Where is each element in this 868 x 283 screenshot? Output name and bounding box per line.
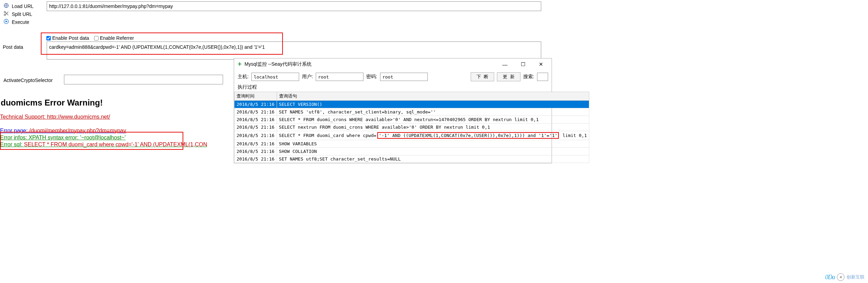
table-row[interactable]: 2016/8/5 21:16SELECT nextrun FROM duomi_…	[234, 124, 589, 131]
load-url-icon	[3, 3, 10, 9]
user-label: 用户:	[302, 74, 313, 80]
cell-time: 2016/8/5 21:16	[234, 116, 277, 124]
enable-referrer-checkbox[interactable]: Enable Referrer	[94, 35, 134, 41]
close-button[interactable]: ✕	[533, 61, 549, 68]
cell-sql: SET NAMES utf8;SET character_set_results…	[277, 155, 589, 163]
host-input[interactable]	[251, 73, 299, 81]
table-row[interactable]: 2016/8/5 21:16SELECT * FROM duomi_crons …	[234, 116, 589, 124]
split-url-icon	[3, 11, 10, 17]
break-button[interactable]: 下断	[471, 72, 494, 81]
table-row[interactable]: 2016/8/5 21:16SHOW COLLATION	[234, 148, 589, 155]
watermark-logo-icon: ✕	[837, 273, 844, 281]
exec-process-label: 执行过程	[234, 83, 552, 92]
post-data-label: Post data	[3, 44, 23, 50]
svg-point-2	[4, 14, 6, 16]
col-time-header[interactable]: 查询时间	[234, 92, 277, 101]
refresh-button[interactable]: 更新	[497, 72, 520, 81]
annotation-highlight-injected-sql: '-1' AND ((UPDATEXML(1,CONCAT(0x7e,(USER…	[377, 132, 559, 139]
cell-time: 2016/8/5 21:16	[234, 148, 277, 155]
cell-sql: SELECT * FROM duomi_card where cpwd='-1'…	[277, 131, 589, 140]
post-data-input[interactable]: cardkey=admin888&cardpwd=-1' AND (UPDATE…	[47, 42, 541, 60]
user-input[interactable]	[316, 73, 363, 81]
mysql-monitor-window: Mysql监控 --Seay代码审计系统 — ☐ ✕ 主机: 用户: 密码: 下…	[234, 58, 552, 163]
cell-time: 2016/8/5 21:16	[234, 124, 277, 131]
table-row[interactable]: 2016/8/5 21:16SELECT VERSION()	[234, 101, 589, 108]
enable-post-label: Enable Post data	[52, 35, 89, 41]
cell-time: 2016/8/5 21:16	[234, 140, 277, 148]
cell-sql: SHOW VARIABLES	[277, 140, 589, 148]
execute-icon	[3, 19, 10, 25]
cell-time: 2016/8/5 21:16	[234, 131, 277, 140]
table-row[interactable]: 2016/8/5 21:16SELECT * FROM duomi_card w…	[234, 131, 589, 140]
split-url-label[interactable]: Split URL	[12, 11, 40, 17]
table-row[interactable]: 2016/8/5 21:16SET NAMES utf8;SET charact…	[234, 155, 589, 163]
cell-sql: SELECT * FROM duomi_crons WHERE availabl…	[277, 116, 589, 124]
enable-referrer-label: Enable Referrer	[100, 35, 134, 41]
search-label: 搜索:	[523, 74, 534, 80]
host-label: 主机:	[238, 74, 249, 80]
load-url-label[interactable]: Load URL	[12, 3, 40, 9]
cell-time: 2016/8/5 21:16	[234, 108, 277, 116]
execute-label[interactable]: Execute	[12, 19, 40, 25]
svg-marker-4	[6, 20, 8, 22]
table-row[interactable]: 2016/8/5 21:16SHOW VARIABLES	[234, 140, 589, 148]
error-page-link[interactable]: /duomi/member/mypay.php?dm=mypay	[29, 128, 126, 134]
cell-sql: SET NAMES 'utf8', character_set_client=b…	[277, 108, 589, 116]
activate-crypto-input[interactable]	[64, 75, 223, 84]
cell-sql: SELECT VERSION()	[277, 101, 589, 108]
cell-time: 2016/8/5 21:16	[234, 101, 277, 108]
svg-rect-6	[239, 62, 240, 66]
table-row[interactable]: 2016/8/5 21:16SET NAMES 'utf8', characte…	[234, 108, 589, 116]
watermark: 0Da ✕ 创新互联	[825, 273, 865, 281]
cell-sql: SELECT nextrun FROM duomi_crons WHERE av…	[277, 124, 589, 131]
password-label: 密码:	[366, 74, 377, 80]
search-input[interactable]	[537, 73, 548, 81]
svg-point-1	[4, 11, 6, 13]
url-input[interactable]	[47, 1, 541, 11]
technical-support-link[interactable]: http://www.duomicms.net/	[47, 114, 110, 120]
col-sql-header[interactable]: 查询语句	[277, 92, 589, 101]
mysql-window-title: Mysql监控 --Seay代码审计系统	[244, 61, 495, 67]
activate-crypto-label[interactable]: ActivateCryptoSelector	[3, 77, 53, 83]
mysql-app-icon	[237, 61, 242, 68]
cell-time: 2016/8/5 21:16	[234, 155, 277, 163]
cell-sql: SHOW COLLATION	[277, 148, 589, 155]
query-log-table: 查询时间 查询语句 2016/8/5 21:16SELECT VERSION()…	[234, 92, 589, 163]
enable-post-checkbox[interactable]: Enable Post data	[46, 35, 89, 41]
maximize-button[interactable]: ☐	[515, 61, 531, 68]
minimize-button[interactable]: —	[497, 61, 513, 68]
password-input[interactable]	[380, 73, 428, 81]
